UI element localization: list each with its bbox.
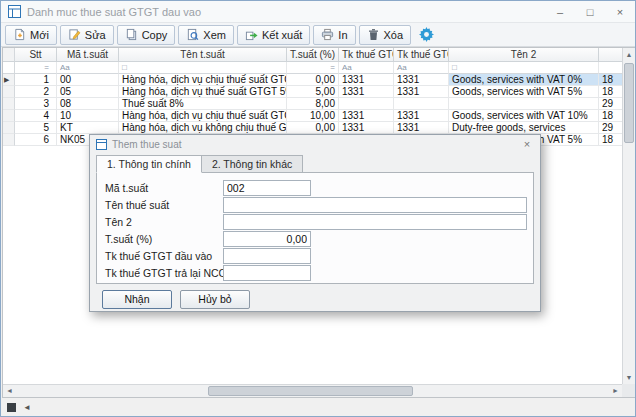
horizontal-scrollbar[interactable]: ◄ ► <box>3 384 622 397</box>
filter-cell-partial[interactable] <box>599 62 624 74</box>
cell-partial[interactable]: 18 <box>599 74 624 86</box>
edit-button[interactable]: Sửa <box>60 25 114 45</box>
cell-ten[interactable]: Hàng hóa, dịch vụ không chịu thuế GTGT <box>119 122 287 134</box>
ten-2-input[interactable] <box>223 214 527 230</box>
cell-ten[interactable]: Thuế suất 8% <box>119 98 287 110</box>
tab-thong-tin-khac[interactable]: 2. Thông tin khác <box>201 155 303 173</box>
print-button[interactable]: In <box>313 25 355 45</box>
tab-thong-tin-chinh[interactable]: 1. Thông tin chính <box>96 155 202 173</box>
maximize-button[interactable]: □ <box>575 1 605 22</box>
cell-tk1[interactable]: 1331 <box>339 74 394 86</box>
delete-button[interactable]: Xóa <box>359 25 412 45</box>
row-indicator-header[interactable] <box>3 48 15 62</box>
cell-partial[interactable]: 18 <box>599 134 624 146</box>
view-magnifier-icon <box>186 28 199 41</box>
cell-tk2[interactable]: 1331 <box>394 122 449 134</box>
cell-ten[interactable]: Hàng hóa, dịch vụ thuế suất GTGT 5% <box>119 86 287 98</box>
cell-tk2[interactable]: 1331 <box>394 74 449 86</box>
record-navigator-block-icon[interactable] <box>7 403 16 412</box>
scroll-up-icon[interactable]: ▲ <box>623 48 635 61</box>
vertical-scrollbar[interactable]: ▲ ▼ <box>622 48 635 384</box>
cell-stt[interactable]: 1 <box>15 74 57 86</box>
cell-ten2[interactable] <box>449 98 599 110</box>
dialog-close-button[interactable]: × <box>514 138 540 150</box>
cell-tsuat[interactable]: 8,00 <box>287 98 339 110</box>
filter-cell-tk2[interactable]: Aa <box>394 62 449 74</box>
vertical-scrollbar-thumb[interactable] <box>624 63 634 143</box>
accept-button[interactable]: Nhận <box>102 290 172 309</box>
column-header-ten-tsuat[interactable]: Tên t.suất <box>119 48 287 62</box>
table-row[interactable]: 3 08 Thuế suất 8% 8,00 29 <box>3 98 624 110</box>
cell-ten2[interactable]: Duty-free goods, services <box>449 122 599 134</box>
cell-ten[interactable]: Hàng hóa, dịch vụ chịu thuế suất GTGT 0% <box>119 74 287 86</box>
filter-cell-ten2[interactable]: □ <box>449 62 599 74</box>
close-button[interactable]: × <box>605 1 635 22</box>
cell-tsuat[interactable]: 0,00 <box>287 122 339 134</box>
column-header-partial[interactable] <box>599 48 624 62</box>
cell-tk2[interactable]: 1331 <box>394 110 449 122</box>
column-header-tsuat-pct[interactable]: T.suất (%) <box>287 48 339 62</box>
cell-ma[interactable]: 05 <box>57 86 119 98</box>
grid-header-row: Stt Mã t.suất Tên t.suất T.suất (%) Tk t… <box>3 48 624 62</box>
cell-stt[interactable]: 5 <box>15 122 57 134</box>
cell-tsuat[interactable]: 10,00 <box>287 110 339 122</box>
ten-thue-suat-input[interactable] <box>223 197 527 213</box>
table-row[interactable]: 4 10 Hàng hóa, dịch vụ chịu thuế suất GT… <box>3 110 624 122</box>
cell-tk2[interactable]: 1331 <box>394 86 449 98</box>
cell-stt[interactable]: 3 <box>15 98 57 110</box>
cell-stt[interactable]: 4 <box>15 110 57 122</box>
cell-tk1[interactable]: 1331 <box>339 122 394 134</box>
table-row[interactable]: 5 KT Hàng hóa, dịch vụ không chịu thuế G… <box>3 122 624 134</box>
column-header-tk-thue-1[interactable]: Tk thuế GTGT <box>339 48 394 62</box>
column-header-ten-2[interactable]: Tên 2 <box>449 48 599 62</box>
cell-ten2[interactable]: Goods, services with VAT 10% <box>449 110 599 122</box>
cell-tk1[interactable]: 1331 <box>339 110 394 122</box>
new-button[interactable]: Mới <box>5 25 57 45</box>
horizontal-scrollbar-thumb[interactable] <box>208 386 413 396</box>
cell-tsuat[interactable]: 5,00 <box>287 86 339 98</box>
cell-ma[interactable]: 00 <box>57 74 119 86</box>
table-row[interactable]: 2 05 Hàng hóa, dịch vụ thuế suất GTGT 5%… <box>3 86 624 98</box>
cell-stt[interactable]: 6 <box>15 134 57 146</box>
export-button[interactable]: Kết xuất <box>237 25 310 45</box>
filter-cell-ten[interactable]: □ <box>119 62 287 74</box>
ma-tsuat-input[interactable] <box>223 180 311 196</box>
cell-ma[interactable]: KT <box>57 122 119 134</box>
filter-cell-stt[interactable]: = <box>15 62 57 74</box>
navigator-left-icon[interactable]: ◄ <box>23 403 31 412</box>
table-row[interactable]: ▶ 1 00 Hàng hóa, dịch vụ chịu thuế suất … <box>3 74 624 86</box>
filter-cell-tk1[interactable]: Aa <box>339 62 394 74</box>
minimize-button[interactable]: – <box>545 1 575 22</box>
column-header-tk-thue-2[interactable]: Tk thuế GTGT <box>394 48 449 62</box>
cell-tk2[interactable] <box>394 98 449 110</box>
settings-button[interactable] <box>414 25 439 45</box>
filter-cell-ma[interactable]: Aa <box>57 62 119 74</box>
cell-ma[interactable]: 10 <box>57 110 119 122</box>
cell-tk1[interactable]: 1331 <box>339 86 394 98</box>
cell-ten[interactable]: Hàng hóa, dịch vụ chịu thuế suất GTGT 10… <box>119 110 287 122</box>
tk-thue-dau-vao-input[interactable] <box>223 248 311 264</box>
cell-ma[interactable]: 08 <box>57 98 119 110</box>
cell-partial[interactable]: 29 <box>599 98 624 110</box>
cell-partial[interactable]: 18 <box>599 110 624 122</box>
new-document-icon <box>13 28 26 41</box>
tsuat-pct-input[interactable] <box>223 231 311 247</box>
cancel-button[interactable]: Hủy bỏ <box>180 290 250 309</box>
toolbar: Mới Sửa Copy Xem <box>1 23 635 47</box>
cell-stt[interactable]: 2 <box>15 86 57 98</box>
cell-partial[interactable]: 18 <box>599 86 624 98</box>
tk-thue-tra-lai-ncc-input[interactable] <box>223 265 311 281</box>
column-header-ma-tsuat[interactable]: Mã t.suất <box>57 48 119 62</box>
scroll-left-icon[interactable]: ◄ <box>3 385 16 397</box>
scroll-right-icon[interactable]: ► <box>609 385 622 397</box>
column-header-stt[interactable]: Stt <box>15 48 57 62</box>
scroll-down-icon[interactable]: ▼ <box>623 371 635 384</box>
copy-button[interactable]: Copy <box>117 25 176 45</box>
filter-cell-tsuat[interactable]: = <box>287 62 339 74</box>
cell-ten2[interactable]: Goods, services with VAT 5% <box>449 86 599 98</box>
cell-tk1[interactable] <box>339 98 394 110</box>
cell-tsuat[interactable]: 0,00 <box>287 74 339 86</box>
cell-partial[interactable]: 29 <box>599 122 624 134</box>
cell-ten2[interactable]: Goods, services with VAT 0% <box>449 74 599 86</box>
view-button[interactable]: Xem <box>178 25 234 45</box>
